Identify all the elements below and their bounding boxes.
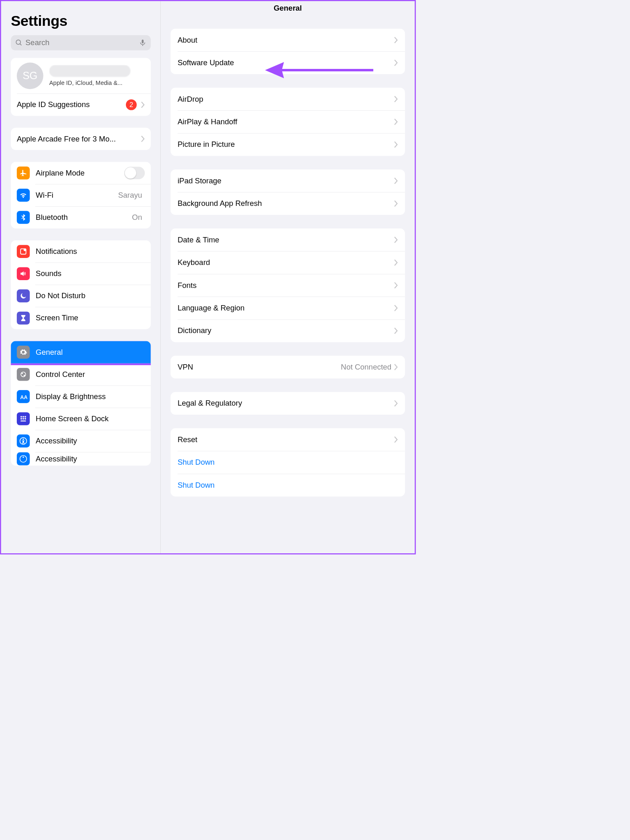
- row-about[interactable]: About: [171, 29, 405, 51]
- row-label: Apple ID Suggestions: [17, 100, 126, 109]
- sounds-icon: [17, 267, 30, 280]
- search-icon: [15, 39, 23, 46]
- display-icon: AA: [17, 390, 30, 403]
- bluetooth-icon: [17, 211, 30, 224]
- row-vpn[interactable]: VPNNot Connected: [171, 356, 405, 378]
- apple-arcade-promo-row[interactable]: Apple Arcade Free for 3 Mo...: [11, 128, 151, 150]
- settings-group: AboutSoftware Update: [171, 29, 405, 74]
- apple-id-row[interactable]: SG Apple ID, iCloud, Media &...: [11, 58, 151, 94]
- row-label: Bluetooth: [36, 213, 132, 221]
- row-label: iPad Storage: [178, 176, 394, 185]
- chevron-right-icon: [394, 400, 398, 406]
- settings-group: AirDropAirPlay & HandoffPicture in Pictu…: [171, 88, 405, 156]
- accessibility-icon: [17, 434, 30, 447]
- row-label: AirDrop: [178, 95, 394, 103]
- airplane-icon: [17, 167, 30, 180]
- wifi-icon: [17, 189, 30, 202]
- row-label: Home Screen & Dock: [36, 414, 145, 423]
- sidebar-item-sounds[interactable]: Sounds: [11, 262, 151, 285]
- profile-name-redacted: [49, 65, 130, 77]
- sidebar-item-airplane-mode[interactable]: Airplane Mode: [11, 162, 151, 184]
- svg-rect-15: [25, 418, 26, 419]
- home-screen-icon: [17, 412, 30, 425]
- row-value: Not Connected: [341, 363, 391, 371]
- row-shut-down[interactable]: Shut Down: [171, 451, 405, 474]
- row-background-app-refresh[interactable]: Background App Refresh: [171, 192, 405, 215]
- settings-group: iPad StorageBackground App Refresh: [171, 169, 405, 215]
- row-legal-regulatory[interactable]: Legal & Regulatory: [171, 392, 405, 415]
- row-software-update[interactable]: Software Update: [171, 51, 405, 74]
- chevron-right-icon: [394, 59, 398, 66]
- chevron-right-icon: [394, 178, 398, 184]
- row-label: Accessibility: [36, 454, 145, 463]
- chevron-right-icon: [394, 142, 398, 148]
- sidebar-item-accessibility[interactable]: Accessibility: [11, 430, 151, 452]
- sidebar-item-do-not-disturb[interactable]: Do Not Disturb: [11, 285, 151, 307]
- page-title: Settings: [11, 12, 151, 29]
- svg-point-20: [23, 457, 24, 458]
- control-center-icon: [17, 368, 30, 381]
- sidebar-item-display-brightness[interactable]: AA Display & Brightness: [11, 386, 151, 408]
- row-airdrop[interactable]: AirDrop: [171, 88, 405, 110]
- svg-line-1: [20, 44, 22, 46]
- sidebar-item-wifi[interactable]: Wi-Fi Sarayu: [11, 184, 151, 206]
- row-shut-down[interactable]: Shut Down: [171, 474, 405, 496]
- row-label: AirPlay & Handoff: [178, 117, 394, 126]
- sidebar-item-notifications[interactable]: Notifications: [11, 240, 151, 262]
- row-label: Software Update: [178, 59, 394, 67]
- row-picture-in-picture[interactable]: Picture in Picture: [171, 133, 405, 156]
- row-label: Picture in Picture: [178, 140, 394, 149]
- hourglass-icon: [17, 312, 30, 325]
- svg-text:AA: AA: [20, 395, 27, 400]
- row-label: Control Center: [36, 370, 145, 379]
- row-label: Keyboard: [178, 258, 394, 267]
- row-label: Fonts: [178, 281, 394, 290]
- detail-pane: General AboutSoftware UpdateAirDropAirPl…: [161, 1, 415, 553]
- sidebar-item-control-center[interactable]: Control Center: [11, 363, 151, 386]
- row-label: Sounds: [36, 269, 145, 278]
- sidebar-item-general[interactable]: General: [11, 341, 151, 363]
- sidebar-item-screen-time[interactable]: Screen Time: [11, 307, 151, 329]
- row-date-time[interactable]: Date & Time: [171, 228, 405, 251]
- row-label: Screen Time: [36, 314, 145, 322]
- row-label: Background App Refresh: [178, 199, 394, 208]
- svg-rect-6: [21, 372, 26, 377]
- svg-rect-10: [21, 416, 22, 417]
- row-label: Shut Down: [178, 481, 398, 489]
- bluetooth-value: On: [132, 213, 142, 221]
- row-label: Legal & Regulatory: [178, 399, 394, 408]
- svg-rect-2: [142, 40, 144, 43]
- row-keyboard[interactable]: Keyboard: [171, 251, 405, 274]
- row-airplay-handoff[interactable]: AirPlay & Handoff: [171, 110, 405, 133]
- row-label: About: [178, 36, 394, 44]
- svg-rect-11: [23, 416, 24, 417]
- row-reset[interactable]: Reset: [171, 428, 405, 451]
- chevron-right-icon: [394, 37, 398, 43]
- airplane-toggle[interactable]: [124, 167, 145, 179]
- search-input[interactable]: [25, 39, 139, 47]
- chevron-right-icon: [394, 364, 398, 370]
- profile-card: SG Apple ID, iCloud, Media &... Apple ID…: [11, 58, 151, 116]
- svg-rect-16: [21, 420, 26, 421]
- microphone-icon[interactable]: [139, 39, 146, 46]
- row-dictionary[interactable]: Dictionary: [171, 320, 405, 342]
- sidebar-item-accessibility-dup[interactable]: Accessibility: [11, 452, 151, 466]
- chevron-right-icon: [394, 237, 398, 243]
- svg-point-7: [22, 373, 23, 374]
- row-ipad-storage[interactable]: iPad Storage: [171, 169, 405, 192]
- row-label: Reset: [178, 435, 394, 444]
- sidebar-item-home-screen-dock[interactable]: Home Screen & Dock: [11, 408, 151, 430]
- search-box[interactable]: [11, 35, 151, 50]
- row-label: Display & Brightness: [36, 392, 145, 401]
- row-label: Date & Time: [178, 235, 394, 244]
- apple-id-suggestions-row[interactable]: Apple ID Suggestions 2: [11, 94, 151, 116]
- sidebar-item-bluetooth[interactable]: Bluetooth On: [11, 206, 151, 228]
- row-fonts[interactable]: Fonts: [171, 274, 405, 297]
- svg-rect-14: [23, 418, 24, 419]
- chevron-right-icon: [394, 305, 398, 311]
- suggestions-badge: 2: [126, 99, 137, 110]
- svg-point-18: [23, 438, 24, 440]
- row-label: Airplane Mode: [36, 169, 124, 177]
- row-language-region[interactable]: Language & Region: [171, 297, 405, 319]
- chevron-right-icon: [141, 102, 145, 108]
